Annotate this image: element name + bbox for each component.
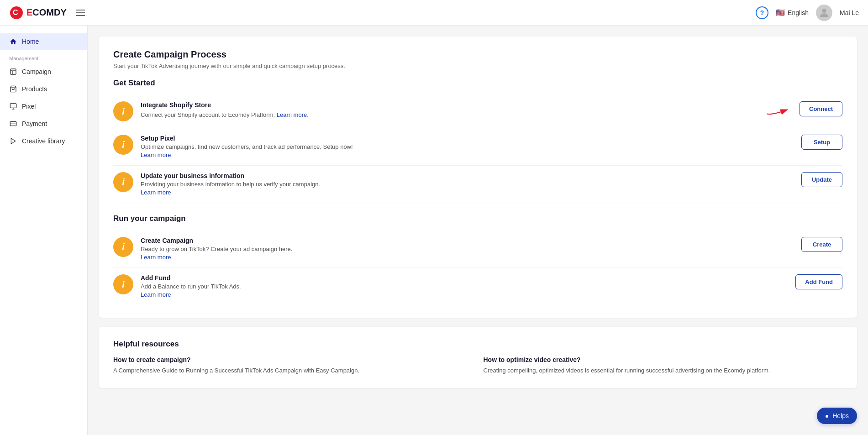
header-right: ? 🇺🇸 English Mai Le [756, 5, 859, 21]
step-title-business: Update your business information [141, 172, 794, 179]
step-title-fund: Add Fund [141, 274, 788, 282]
helps-button[interactable]: ● Helps [817, 408, 857, 424]
sidebar-label-payment: Payment [22, 120, 47, 127]
campaign-card-subtitle: Start your TikTok Advertising journey wi… [113, 63, 842, 69]
step-setup-pixel: i Setup Pixel Optimize campaigns, find n… [113, 128, 842, 166]
sidebar-label-home: Home [22, 38, 39, 45]
resource-desc-create: A Comprehensive Guide to Running a Succe… [113, 366, 473, 375]
step-title-pixel: Setup Pixel [141, 135, 794, 142]
resources-heading: Helpful resources [113, 340, 842, 349]
step-title-integrate: Integrate Shopify Store [141, 101, 792, 109]
step-icon-create: i [113, 237, 133, 257]
hamburger-menu[interactable] [74, 8, 87, 18]
sidebar-label-pixel: Pixel [22, 103, 36, 110]
logo-text: ECOMDY [26, 7, 67, 18]
sidebar-item-creative-library[interactable]: Creative library [0, 132, 87, 150]
step-action-integrate: Connect [800, 101, 842, 116]
sidebar-item-home[interactable]: Home [0, 33, 87, 50]
svg-point-2 [822, 8, 826, 12]
svg-marker-12 [11, 138, 15, 144]
resources-grid: How to create campaign? A Comprehensive … [113, 356, 842, 375]
resources-card: Helpful resources How to create campaign… [99, 327, 857, 388]
svg-text:C: C [13, 9, 18, 16]
step-action-fund: Add Fund [795, 274, 842, 289]
get-started-heading: Get Started [113, 79, 842, 88]
avatar[interactable] [816, 5, 832, 21]
pixel-icon [9, 102, 17, 110]
header-left: C ECOMDY [9, 5, 87, 20]
step-icon-pixel: i [113, 135, 133, 155]
step-desc-create: Ready to grow on TikTok? Create your ad … [141, 246, 794, 252]
layout: Home Management Campaign Products Pixel [0, 26, 868, 435]
step-action-create: Create [801, 237, 842, 252]
connect-button[interactable]: Connect [800, 101, 842, 116]
sidebar-item-payment[interactable]: Payment [0, 115, 87, 132]
resource-optimize-video: How to optimize video creative? Creating… [484, 356, 843, 375]
creative-library-icon [9, 137, 17, 145]
step-content-integrate: Integrate Shopify Store Connect your Sho… [141, 101, 792, 118]
step-content-fund: Add Fund Add a Balance to run your TikTo… [141, 274, 788, 299]
run-campaign-heading: Run your campaign [113, 214, 842, 223]
language-label: English [788, 9, 809, 16]
step-action-business: Update [801, 172, 842, 187]
sidebar-item-pixel[interactable]: Pixel [0, 98, 87, 115]
step-title-create: Create Campaign [141, 237, 794, 244]
learn-more-business[interactable]: Learn more [141, 189, 171, 196]
help-icon[interactable]: ? [756, 6, 768, 19]
sidebar-label-creative-library: Creative library [22, 137, 65, 145]
campaign-process-card: Create Campaign Process Start your TikTo… [99, 37, 857, 318]
main-content: Create Campaign Process Start your TikTo… [88, 26, 868, 435]
step-content-create: Create Campaign Ready to grow on TikTok?… [141, 237, 794, 261]
setup-button[interactable]: Setup [801, 135, 842, 150]
helps-icon: ● [825, 412, 829, 419]
step-desc-integrate: Connect your Shopify account to Ecomdy P… [141, 110, 792, 118]
payment-icon [9, 120, 17, 128]
step-update-business: i Update your business information Provi… [113, 166, 842, 203]
campaign-icon [9, 68, 17, 76]
sidebar-item-products[interactable]: Products [0, 80, 87, 98]
home-icon [9, 37, 17, 46]
management-label: Management [0, 50, 87, 63]
step-desc-business: Providing your business information to h… [141, 181, 794, 188]
language-selector[interactable]: 🇺🇸 English [776, 8, 809, 17]
step-create-campaign: i Create Campaign Ready to grow on TikTo… [113, 231, 842, 268]
flag-icon: 🇺🇸 [776, 8, 785, 17]
svg-rect-3 [11, 69, 16, 74]
step-desc-fund: Add a Balance to run your TikTok Ads. [141, 283, 788, 290]
helps-label: Helps [832, 412, 849, 419]
sidebar-label-products: Products [22, 85, 47, 93]
step-content-business: Update your business information Providi… [141, 172, 794, 196]
learn-more-pixel[interactable]: Learn more [141, 152, 171, 158]
resource-create-campaign: How to create campaign? A Comprehensive … [113, 356, 473, 375]
header: C ECOMDY ? 🇺🇸 English Mai Le [0, 0, 868, 26]
resource-title-optimize: How to optimize video creative? [484, 356, 843, 363]
resource-desc-optimize: Creating compelling, optimized videos is… [484, 366, 843, 375]
step-desc-pixel: Optimize campaigns, find new customers, … [141, 143, 794, 150]
user-name: Mai Le [840, 9, 859, 16]
step-content-pixel: Setup Pixel Optimize campaigns, find new… [141, 135, 794, 159]
learn-more-fund[interactable]: Learn more [141, 291, 171, 298]
step-add-fund: i Add Fund Add a Balance to run your Tik… [113, 268, 842, 305]
step-icon-integrate: i [113, 101, 133, 121]
step-icon-business: i [113, 172, 133, 192]
svg-rect-7 [10, 104, 16, 108]
learn-more-integrate[interactable]: Learn more. [277, 111, 309, 118]
sidebar-item-campaign[interactable]: Campaign [0, 63, 87, 80]
step-action-pixel: Setup [801, 135, 842, 150]
resource-title-create: How to create campaign? [113, 356, 473, 363]
step-integrate-shopify: i Integrate Shopify Store Connect your S… [113, 95, 842, 128]
learn-more-create[interactable]: Learn more [141, 254, 171, 261]
campaign-card-title: Create Campaign Process [113, 49, 842, 60]
logo[interactable]: C ECOMDY [9, 5, 67, 20]
step-icon-fund: i [113, 274, 133, 294]
sidebar: Home Management Campaign Products Pixel [0, 26, 88, 435]
create-button[interactable]: Create [801, 237, 842, 252]
products-icon [9, 85, 17, 93]
add-fund-button[interactable]: Add Fund [795, 274, 842, 289]
update-button[interactable]: Update [801, 172, 842, 187]
svg-rect-10 [10, 121, 16, 126]
sidebar-label-campaign: Campaign [22, 68, 51, 75]
